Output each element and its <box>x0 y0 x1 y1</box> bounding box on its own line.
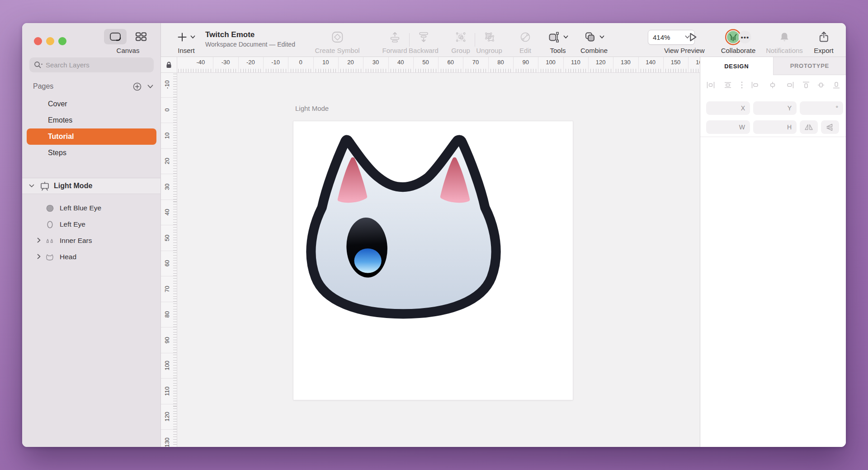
chevron-down-icon[interactable] <box>29 184 34 188</box>
width-field[interactable]: W <box>706 120 750 134</box>
y-input[interactable] <box>753 104 788 112</box>
ruler-tick-label: 70 <box>472 59 479 66</box>
distribute-vertically-icon[interactable] <box>723 81 732 89</box>
layer-item-left-eye[interactable]: Left Eye <box>22 216 160 233</box>
edit-icon <box>519 31 532 43</box>
chevron-down-icon <box>563 35 568 39</box>
add-page-icon[interactable] <box>133 82 142 91</box>
chevron-right-icon[interactable] <box>37 237 41 243</box>
ruler-tick-label: 110 <box>571 59 580 66</box>
export-button[interactable]: Export <box>814 28 833 54</box>
ruler-segment-line <box>588 57 589 72</box>
canvas[interactable]: Light Mode <box>177 73 700 447</box>
align-middle-vertical-icon[interactable] <box>817 81 825 89</box>
flip-vertical-button[interactable] <box>821 120 839 134</box>
search-input[interactable] <box>46 61 149 69</box>
tools-button[interactable]: Tools <box>547 28 568 54</box>
layer-item-head[interactable]: Head <box>22 249 160 265</box>
canvas-view-toggle[interactable] <box>104 29 127 44</box>
artboard-light-mode[interactable] <box>293 121 573 400</box>
artboard-row-light-mode[interactable]: Light Mode <box>22 178 160 194</box>
group-icon <box>454 31 467 43</box>
height-input[interactable] <box>753 123 787 131</box>
ruler-segment-line <box>663 57 664 72</box>
layer-item-left-blue-eye[interactable]: Left Blue Eye <box>22 200 160 216</box>
chevron-right-icon[interactable] <box>37 254 41 259</box>
rotation-field[interactable]: ° <box>800 101 843 115</box>
artboard-canvas-label[interactable]: Light Mode <box>295 104 329 112</box>
tab-prototype[interactable]: PROTOTYPE <box>773 57 846 75</box>
edit-button[interactable]: Edit <box>519 28 532 54</box>
ruler-segment-line <box>161 97 177 98</box>
distribute-horizontally-icon[interactable] <box>706 81 715 89</box>
backward-button[interactable]: Backward <box>409 28 439 54</box>
export-label: Export <box>814 47 833 54</box>
combine-icon <box>584 31 596 43</box>
ruler-tick-label: 80 <box>164 311 170 318</box>
page-item-steps[interactable]: Steps <box>27 145 156 161</box>
inner-ears-icon <box>46 238 54 244</box>
more-options-dots-icon[interactable] <box>741 81 743 89</box>
forward-label: Forward <box>382 47 407 54</box>
align-right-icon[interactable] <box>785 81 794 89</box>
flip-horizontal-button[interactable] <box>800 120 818 134</box>
ruler-segment-line <box>161 302 177 302</box>
create-symbol-button[interactable]: Create Symbol <box>315 28 359 54</box>
x-position-field[interactable]: X <box>706 101 750 115</box>
tools-label: Tools <box>550 47 566 54</box>
ruler-tick-label: 100 <box>164 361 170 370</box>
tab-design[interactable]: DESIGN <box>700 57 773 75</box>
cat-emote-artwork[interactable] <box>306 133 501 319</box>
align-center-horizontal-icon[interactable] <box>768 81 777 89</box>
more-collaborators-button[interactable]: ••• <box>739 31 751 43</box>
ruler-segment-line <box>161 429 177 430</box>
page-item-emotes[interactable]: Emotes <box>27 112 156 128</box>
vertical-ruler[interactable]: -100102030405060708090100110120130 <box>161 73 177 447</box>
ungroup-button[interactable]: Ungroup <box>476 28 502 54</box>
document-subtitle: Workspace Document — Edited <box>205 41 295 48</box>
page-item-cover[interactable]: Cover <box>27 96 156 112</box>
page-item-tutorial[interactable]: Tutorial <box>27 128 156 145</box>
height-field[interactable]: H <box>753 120 797 134</box>
x-input[interactable] <box>706 104 741 112</box>
combine-button[interactable]: Combine <box>580 28 608 54</box>
forward-button[interactable]: Forward <box>382 28 407 54</box>
lock-icon[interactable] <box>165 61 172 69</box>
rotation-input[interactable] <box>800 104 835 112</box>
grid-view-toggle[interactable] <box>130 29 152 44</box>
ruler-tick-label: -30 <box>222 59 230 66</box>
play-icon <box>686 31 699 43</box>
insert-button[interactable]: Insert <box>177 28 195 54</box>
cat-head-shape[interactable] <box>311 140 496 314</box>
pages-chevron-icon[interactable] <box>147 85 153 89</box>
layer-item-inner-ears[interactable]: Inner Ears <box>22 233 160 249</box>
minimize-window-button[interactable] <box>46 37 54 45</box>
zoom-window-button[interactable] <box>58 37 66 45</box>
y-position-field[interactable]: Y <box>753 101 797 115</box>
ruler-tick-label: 0 <box>164 108 170 111</box>
close-window-button[interactable] <box>34 37 42 45</box>
width-input[interactable] <box>706 123 739 131</box>
horizontal-ruler[interactable]: -40-30-20-100102030405060708090100110120… <box>177 57 700 73</box>
collaborate-button[interactable]: ••• Collaborate <box>721 28 756 54</box>
align-top-icon[interactable] <box>802 81 810 89</box>
ruler-tick-label: 40 <box>397 59 404 66</box>
page-label: Steps <box>48 149 66 157</box>
preview-button[interactable]: Preview <box>680 28 704 54</box>
cat-head-icon <box>46 253 54 261</box>
notifications-button[interactable]: Notifications <box>766 28 803 54</box>
inspector-divider <box>700 137 846 137</box>
width-field-label: W <box>739 123 750 131</box>
group-button[interactable]: Group <box>451 28 470 54</box>
ruler-tick-label: 150 <box>671 59 681 66</box>
backward-icon <box>417 31 430 43</box>
ruler-tick-label: 110 <box>164 386 170 396</box>
search-layers-field[interactable] <box>29 57 154 72</box>
align-bottom-icon[interactable] <box>833 81 840 89</box>
layer-name: Head <box>60 253 76 261</box>
left-blue-pupil-shape[interactable] <box>354 248 381 273</box>
ruler-segment-line <box>563 57 564 72</box>
ruler-segment-line <box>338 57 339 72</box>
align-left-icon[interactable] <box>751 81 760 89</box>
ruler-tick-label: 30 <box>373 59 379 66</box>
